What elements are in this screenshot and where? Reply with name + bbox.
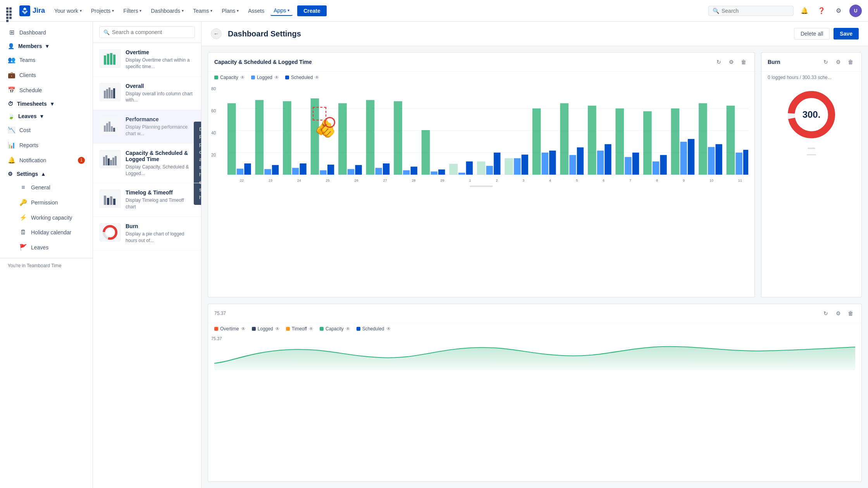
overall-y-label: 75.37 bbox=[214, 311, 226, 316]
legend-overall-capacity-label: Capacity bbox=[326, 326, 344, 332]
user-avatar[interactable]: U bbox=[849, 5, 862, 17]
settings-icon[interactable]: ⚙ bbox=[832, 5, 845, 17]
burn-scroll-bar[interactable] bbox=[808, 148, 815, 149]
svg-rect-44 bbox=[348, 169, 354, 175]
svg-rect-42 bbox=[327, 165, 334, 175]
component-item-overtime[interactable]: Overtime Display Overtime chart within a… bbox=[93, 43, 201, 77]
sidebar-item-dashboard[interactable]: ⊞ Dashboard bbox=[0, 25, 93, 40]
legend-overall-scheduled-dot bbox=[356, 327, 360, 331]
nav-assets[interactable]: Assets bbox=[245, 6, 267, 15]
permission-icon: 🔑 bbox=[19, 199, 27, 206]
help-icon[interactable]: ❓ bbox=[815, 5, 828, 17]
nav-projects[interactable]: Projects ▾ bbox=[88, 6, 117, 15]
legend-logged-eye[interactable]: 👁 bbox=[274, 75, 279, 80]
scroll-bar[interactable] bbox=[470, 186, 493, 187]
sidebar-item-schedule[interactable]: 📅 Schedule bbox=[0, 82, 93, 98]
legend-capacity-eye[interactable]: 👁 bbox=[240, 75, 245, 80]
sidebar-item-clients[interactable]: 💼 Clients bbox=[0, 67, 93, 82]
sidebar-item-cost[interactable]: 📉 Cost bbox=[0, 122, 93, 137]
burn-delete-btn[interactable]: 🗑 bbox=[846, 57, 855, 67]
component-item-performance[interactable]: Performance Display Planning performance… bbox=[93, 110, 201, 144]
overall-refresh-btn[interactable]: ↻ bbox=[821, 309, 830, 318]
svg-rect-84 bbox=[715, 144, 722, 175]
component-item-timelog[interactable]: Timelog & Timeoff Display Timelog and Ti… bbox=[93, 183, 201, 217]
save-button[interactable]: Save bbox=[834, 28, 859, 40]
nav-logo[interactable]: Jira bbox=[19, 5, 45, 16]
sidebar-item-leaves-settings[interactable]: 🚩 Leaves bbox=[0, 240, 93, 255]
delete-all-button[interactable]: Delete all bbox=[794, 28, 830, 40]
component-search-icon: 🔍 bbox=[103, 29, 110, 35]
working-capacity-icon: ⚡ bbox=[19, 214, 27, 221]
svg-rect-49 bbox=[394, 101, 402, 175]
legend-overtime-eye[interactable]: 👁 bbox=[241, 326, 246, 332]
overall-legend: Overtime 👁 Logged 👁 Timeoff 👁 bbox=[208, 323, 861, 335]
sidebar-item-settings[interactable]: ⚙ Settings ▴ bbox=[0, 168, 93, 180]
nav-filters[interactable]: Filters ▾ bbox=[120, 6, 145, 15]
search-input[interactable] bbox=[722, 8, 789, 14]
overtime-info: Overtime Display Overtime chart within a… bbox=[126, 49, 195, 70]
burn-donut-area: 300. bbox=[761, 83, 861, 146]
nav-teams[interactable]: Teams ▾ bbox=[190, 6, 215, 15]
svg-rect-60 bbox=[494, 153, 500, 175]
sidebar-item-permission[interactable]: 🔑 Permission bbox=[0, 195, 93, 210]
burn-refresh-btn[interactable]: ↻ bbox=[821, 57, 830, 67]
sidebar-item-members[interactable]: 👤 Members ▾ bbox=[0, 40, 93, 52]
component-item-capacity-scheduled[interactable]: Capacity & Scheduled & Logged Time Displ… bbox=[93, 144, 201, 184]
overall-thumb bbox=[99, 83, 121, 101]
legend-overall-logged-eye[interactable]: 👁 bbox=[275, 326, 280, 332]
overall-delete-btn[interactable]: 🗑 bbox=[846, 309, 855, 318]
sidebar-item-leaves[interactable]: 🍃 Leaves ▾ bbox=[0, 110, 93, 122]
svg-rect-71 bbox=[597, 151, 604, 175]
component-item-overall[interactable]: Overall Display overall info column char… bbox=[93, 77, 201, 110]
sidebar-item-working-capacity[interactable]: ⚡ Working capacity bbox=[0, 210, 93, 225]
performance-info: Performance Display Planning performance… bbox=[126, 116, 195, 137]
component-search-box[interactable]: 🔍 bbox=[99, 26, 195, 38]
capacity-delete-btn[interactable]: 🗑 bbox=[739, 57, 748, 67]
legend-scheduled-eye[interactable]: 👁 bbox=[315, 75, 319, 80]
notifications-icon[interactable]: 🔔 bbox=[798, 5, 811, 17]
sidebar-item-timesheets[interactable]: ⏱ Timesheets ▾ bbox=[0, 98, 93, 110]
capacity-refresh-btn[interactable]: ↻ bbox=[714, 57, 723, 67]
sidebar-label-general: General bbox=[31, 184, 85, 191]
nav-apps[interactable]: Apps ▾ bbox=[270, 6, 293, 16]
overtime-desc: Display Overtime chart within a specific… bbox=[126, 57, 195, 70]
back-button[interactable]: ← bbox=[211, 28, 222, 39]
notification-badge: 1 bbox=[78, 157, 85, 164]
capacity-settings-btn[interactable]: ⚙ bbox=[727, 57, 736, 67]
create-button[interactable]: Create bbox=[297, 5, 327, 16]
sidebar-item-notification[interactable]: 🔔 Notification 1 bbox=[0, 153, 93, 168]
sidebar-item-general[interactable]: ≡ General bbox=[0, 180, 93, 195]
sidebar-item-holiday-calendar[interactable]: 🗓 Holiday calendar bbox=[0, 225, 93, 240]
sidebar-item-reports[interactable]: 📊 Reports bbox=[0, 137, 93, 153]
clients-icon: 💼 bbox=[8, 71, 16, 79]
svg-rect-69 bbox=[577, 148, 584, 175]
burn-resize-handle[interactable] bbox=[761, 151, 861, 158]
grid-icon[interactable] bbox=[6, 7, 13, 14]
svg-rect-55 bbox=[449, 164, 458, 175]
settings-gear-icon: ⚙ bbox=[8, 171, 13, 177]
burn-name: Burn bbox=[126, 223, 195, 229]
burn-settings-btn[interactable]: ⚙ bbox=[834, 57, 843, 67]
timesheets-chevron: ▾ bbox=[51, 101, 53, 107]
nav-dashboards[interactable]: Dashboards ▾ bbox=[148, 6, 187, 15]
svg-rect-32 bbox=[237, 168, 243, 175]
legend-overall-scheduled-eye[interactable]: 👁 bbox=[386, 326, 391, 332]
legend-timeoff-eye[interactable]: 👁 bbox=[309, 326, 313, 332]
svg-rect-58 bbox=[477, 162, 486, 175]
component-search-input[interactable] bbox=[112, 29, 191, 35]
overall-settings-btn[interactable]: ⚙ bbox=[834, 309, 843, 318]
nav-plans[interactable]: Plans ▾ bbox=[219, 6, 242, 15]
svg-rect-19 bbox=[115, 156, 117, 165]
legend-overall-capacity-eye[interactable]: 👁 bbox=[346, 326, 350, 332]
component-item-burn[interactable]: Burn Display a pie chart of logged hours… bbox=[93, 217, 201, 251]
sidebar-label-permission: Permission bbox=[31, 199, 85, 206]
nav-your-work[interactable]: Your work ▾ bbox=[51, 6, 85, 15]
svg-rect-68 bbox=[569, 155, 576, 175]
sidebar-label-teams: Teams bbox=[19, 57, 85, 63]
svg-rect-34 bbox=[255, 100, 264, 175]
sidebar-item-teams[interactable]: 👥 Teams bbox=[0, 52, 93, 67]
search-box[interactable]: 🔍 bbox=[708, 6, 794, 16]
nav-right: 🔍 🔔 ❓ ⚙ U bbox=[708, 5, 862, 17]
svg-rect-20 bbox=[104, 196, 106, 205]
overall-name: Overall bbox=[126, 83, 195, 89]
